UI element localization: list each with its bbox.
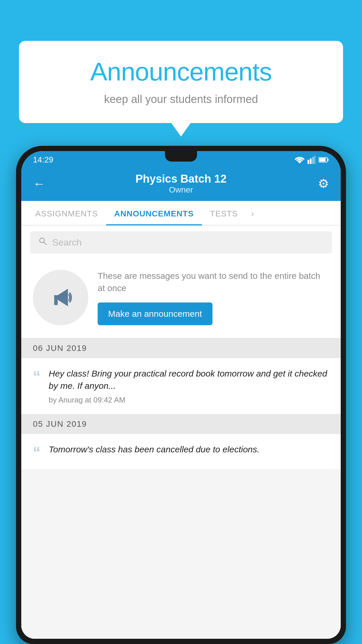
tabs-bar: ASSIGNMENTS ANNOUNCEMENTS TESTS › [21,201,341,225]
announcement-text-2: Tomorrow's class has been cancelled due … [49,443,259,456]
signal-icon [307,156,316,164]
svg-rect-6 [319,158,326,162]
make-announcement-button[interactable]: Make an announcement [98,302,212,325]
announcement-content-1: Hey class! Bring your practical record b… [49,368,329,405]
app-bar-title-group: Physics Batch 12 Owner [50,173,312,195]
search-input-field[interactable]: Search [30,231,332,253]
svg-rect-9 [54,300,58,305]
announcement-content-2: Tomorrow's class has been cancelled due … [49,443,259,456]
speech-bubble: Announcements keep all your students inf… [19,41,343,123]
app-bar-title: Physics Batch 12 [50,173,312,185]
search-icon [38,237,48,248]
announcement-item-2: “ Tomorrow's class has been cancelled du… [21,434,341,469]
announcement-prompt-right: These are messages you want to send to t… [98,270,329,325]
tab-assignments[interactable]: ASSIGNMENTS [27,201,106,225]
announcement-prompt: These are messages you want to send to t… [21,259,341,338]
app-bar-subtitle: Owner [50,185,312,195]
search-bar-container: Search [21,225,341,259]
gear-icon[interactable]: ⚙ [312,176,329,191]
megaphone-icon [46,283,75,312]
tab-more[interactable]: › [246,201,259,225]
quote-icon-1: “ [33,369,41,384]
svg-rect-1 [310,158,312,164]
speech-bubble-title: Announcements [36,57,326,87]
phone-inner: 14:29 [21,151,341,639]
announcement-item-1: “ Hey class! Bring your practical record… [21,358,341,414]
app-bar: ← Physics Batch 12 Owner ⚙ [21,167,341,201]
tab-announcements[interactable]: ANNOUNCEMENTS [106,201,202,225]
status-time: 14:29 [33,155,53,164]
svg-rect-3 [314,156,316,164]
svg-line-8 [44,242,46,245]
content-area: Search These are me [21,225,341,639]
svg-rect-5 [327,159,328,161]
date-header-2: 05 JUN 2019 [21,414,341,434]
battery-icon [319,157,329,163]
phone-notch [165,151,197,162]
speech-bubble-subtitle: keep all your students informed [36,93,326,106]
announcement-icon-circle [33,270,88,325]
quote-icon-2: “ [33,444,41,460]
announcement-meta-1: by Anurag at 09:42 AM [49,396,329,405]
svg-rect-2 [312,157,314,164]
date-header-1: 06 JUN 2019 [21,338,341,358]
speech-bubble-container: Announcements keep all your students inf… [19,41,343,123]
back-button[interactable]: ← [33,177,50,191]
svg-rect-0 [307,160,309,164]
wifi-icon [295,156,305,164]
search-placeholder: Search [52,237,82,248]
phone-frame: 14:29 [16,146,346,644]
announcement-description: These are messages you want to send to t… [98,270,329,294]
status-icons [295,156,329,164]
announcement-text-1: Hey class! Bring your practical record b… [49,368,329,392]
tab-tests[interactable]: TESTS [202,201,246,225]
